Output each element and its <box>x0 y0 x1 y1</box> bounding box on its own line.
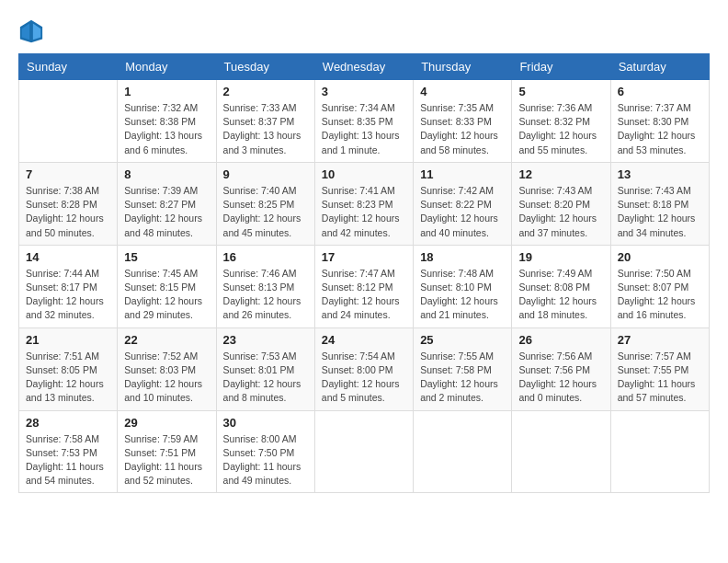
header-day-sunday: Sunday <box>19 54 118 80</box>
day-number: 24 <box>322 333 406 347</box>
calendar-cell: 23Sunrise: 7:53 AMSunset: 8:01 PMDayligh… <box>216 327 314 410</box>
day-info: Sunrise: 7:38 AMSunset: 8:28 PMDaylight:… <box>26 184 110 240</box>
day-info: Sunrise: 7:43 AMSunset: 8:20 PMDaylight:… <box>518 184 603 240</box>
calendar-cell <box>610 410 709 493</box>
day-info: Sunrise: 7:39 AMSunset: 8:27 PMDaylight:… <box>124 184 209 240</box>
day-number: 18 <box>420 250 505 264</box>
day-number: 12 <box>518 167 603 181</box>
day-number: 25 <box>420 333 505 347</box>
logo <box>18 18 48 44</box>
calendar-cell: 17Sunrise: 7:47 AMSunset: 8:12 PMDayligh… <box>314 245 413 327</box>
day-number: 22 <box>124 333 209 347</box>
day-info: Sunrise: 7:49 AMSunset: 8:08 PMDaylight:… <box>518 267 603 323</box>
calendar-cell: 28Sunrise: 7:58 AMSunset: 7:53 PMDayligh… <box>19 410 118 493</box>
week-row-2: 7Sunrise: 7:38 AMSunset: 8:28 PMDaylight… <box>19 162 710 245</box>
day-info: Sunrise: 7:50 AMSunset: 8:07 PMDaylight:… <box>618 267 702 323</box>
calendar-cell: 27Sunrise: 7:57 AMSunset: 7:55 PMDayligh… <box>610 327 709 410</box>
day-number: 27 <box>618 333 702 347</box>
calendar-cell: 12Sunrise: 7:43 AMSunset: 8:20 PMDayligh… <box>512 162 610 245</box>
day-info: Sunrise: 7:51 AMSunset: 8:05 PMDaylight:… <box>26 350 110 406</box>
calendar-cell <box>512 410 610 493</box>
day-number: 23 <box>223 333 308 347</box>
day-info: Sunrise: 7:47 AMSunset: 8:12 PMDaylight:… <box>322 267 406 323</box>
day-info: Sunrise: 7:45 AMSunset: 8:15 PMDaylight:… <box>124 267 209 323</box>
day-number: 5 <box>518 85 603 98</box>
day-number: 8 <box>124 167 209 181</box>
calendar-cell: 30Sunrise: 8:00 AMSunset: 7:50 PMDayligh… <box>216 410 314 493</box>
day-info: Sunrise: 7:34 AMSunset: 8:35 PMDaylight:… <box>322 101 406 157</box>
day-number: 11 <box>420 167 505 181</box>
calendar-cell: 15Sunrise: 7:45 AMSunset: 8:15 PMDayligh… <box>118 245 216 327</box>
day-info: Sunrise: 7:53 AMSunset: 8:01 PMDaylight:… <box>223 350 308 406</box>
day-info: Sunrise: 7:44 AMSunset: 8:17 PMDaylight:… <box>26 267 110 323</box>
day-info: Sunrise: 8:00 AMSunset: 7:50 PMDaylight:… <box>223 432 308 488</box>
calendar-table: SundayMondayTuesdayWednesdayThursdayFrid… <box>18 53 710 493</box>
calendar-cell: 1Sunrise: 7:32 AMSunset: 8:38 PMDaylight… <box>118 80 216 163</box>
calendar-cell <box>414 410 512 493</box>
day-info: Sunrise: 7:58 AMSunset: 7:53 PMDaylight:… <box>26 432 110 488</box>
calendar-cell: 4Sunrise: 7:35 AMSunset: 8:33 PMDaylight… <box>414 80 512 163</box>
day-number: 21 <box>26 333 110 347</box>
day-number: 1 <box>124 85 209 98</box>
day-info: Sunrise: 7:54 AMSunset: 8:00 PMDaylight:… <box>322 350 406 406</box>
day-info: Sunrise: 7:57 AMSunset: 7:55 PMDaylight:… <box>618 350 702 406</box>
day-number: 17 <box>322 250 406 264</box>
calendar-cell: 11Sunrise: 7:42 AMSunset: 8:22 PMDayligh… <box>414 162 512 245</box>
day-number: 13 <box>618 167 702 181</box>
calendar-cell: 26Sunrise: 7:56 AMSunset: 7:56 PMDayligh… <box>512 327 610 410</box>
day-number: 19 <box>518 250 603 264</box>
calendar-cell: 24Sunrise: 7:54 AMSunset: 8:00 PMDayligh… <box>314 327 413 410</box>
calendar-cell: 18Sunrise: 7:48 AMSunset: 8:10 PMDayligh… <box>414 245 512 327</box>
day-info: Sunrise: 7:35 AMSunset: 8:33 PMDaylight:… <box>420 101 505 157</box>
calendar-cell: 9Sunrise: 7:40 AMSunset: 8:25 PMDaylight… <box>216 162 314 245</box>
calendar-cell: 25Sunrise: 7:55 AMSunset: 7:58 PMDayligh… <box>414 327 512 410</box>
day-info: Sunrise: 7:41 AMSunset: 8:23 PMDaylight:… <box>322 184 406 240</box>
calendar-cell: 19Sunrise: 7:49 AMSunset: 8:08 PMDayligh… <box>512 245 610 327</box>
calendar-cell: 22Sunrise: 7:52 AMSunset: 8:03 PMDayligh… <box>118 327 216 410</box>
day-number: 15 <box>124 250 209 264</box>
calendar-cell: 7Sunrise: 7:38 AMSunset: 8:28 PMDaylight… <box>19 162 118 245</box>
day-info: Sunrise: 7:40 AMSunset: 8:25 PMDaylight:… <box>223 184 308 240</box>
header-day-wednesday: Wednesday <box>314 54 413 80</box>
calendar-cell: 29Sunrise: 7:59 AMSunset: 7:51 PMDayligh… <box>118 410 216 493</box>
day-number: 4 <box>420 85 505 98</box>
day-info: Sunrise: 7:56 AMSunset: 7:56 PMDaylight:… <box>518 350 603 406</box>
header-day-friday: Friday <box>512 54 610 80</box>
logo-icon <box>18 18 44 44</box>
week-row-4: 21Sunrise: 7:51 AMSunset: 8:05 PMDayligh… <box>19 327 710 410</box>
day-number: 9 <box>223 167 308 181</box>
day-info: Sunrise: 7:37 AMSunset: 8:30 PMDaylight:… <box>618 101 702 157</box>
calendar-cell: 6Sunrise: 7:37 AMSunset: 8:30 PMDaylight… <box>610 80 709 163</box>
calendar-cell: 8Sunrise: 7:39 AMSunset: 8:27 PMDaylight… <box>118 162 216 245</box>
calendar-cell <box>314 410 413 493</box>
day-number: 30 <box>223 416 308 430</box>
calendar-cell: 16Sunrise: 7:46 AMSunset: 8:13 PMDayligh… <box>216 245 314 327</box>
day-info: Sunrise: 7:32 AMSunset: 8:38 PMDaylight:… <box>124 101 209 157</box>
day-number: 7 <box>26 167 110 181</box>
calendar-cell: 3Sunrise: 7:34 AMSunset: 8:35 PMDaylight… <box>314 80 413 163</box>
calendar-body: 1Sunrise: 7:32 AMSunset: 8:38 PMDaylight… <box>19 80 710 493</box>
day-info: Sunrise: 7:33 AMSunset: 8:37 PMDaylight:… <box>223 101 308 157</box>
calendar-cell: 5Sunrise: 7:36 AMSunset: 8:32 PMDaylight… <box>512 80 610 163</box>
day-info: Sunrise: 7:46 AMSunset: 8:13 PMDaylight:… <box>223 267 308 323</box>
day-number: 6 <box>618 85 702 98</box>
calendar-cell: 21Sunrise: 7:51 AMSunset: 8:05 PMDayligh… <box>19 327 118 410</box>
calendar-cell <box>19 80 118 163</box>
day-info: Sunrise: 7:48 AMSunset: 8:10 PMDaylight:… <box>420 267 505 323</box>
header-day-saturday: Saturday <box>610 54 709 80</box>
week-row-5: 28Sunrise: 7:58 AMSunset: 7:53 PMDayligh… <box>19 410 710 493</box>
day-info: Sunrise: 7:59 AMSunset: 7:51 PMDaylight:… <box>124 432 209 488</box>
day-number: 14 <box>26 250 110 264</box>
day-info: Sunrise: 7:36 AMSunset: 8:32 PMDaylight:… <box>518 101 603 157</box>
day-number: 16 <box>223 250 308 264</box>
day-info: Sunrise: 7:55 AMSunset: 7:58 PMDaylight:… <box>420 350 505 406</box>
header-day-monday: Monday <box>118 54 216 80</box>
calendar-cell: 13Sunrise: 7:43 AMSunset: 8:18 PMDayligh… <box>610 162 709 245</box>
header-day-tuesday: Tuesday <box>216 54 314 80</box>
calendar-cell: 2Sunrise: 7:33 AMSunset: 8:37 PMDaylight… <box>216 80 314 163</box>
week-row-3: 14Sunrise: 7:44 AMSunset: 8:17 PMDayligh… <box>19 245 710 327</box>
day-info: Sunrise: 7:52 AMSunset: 8:03 PMDaylight:… <box>124 350 209 406</box>
day-number: 26 <box>518 333 603 347</box>
day-number: 3 <box>322 85 406 98</box>
week-row-1: 1Sunrise: 7:32 AMSunset: 8:38 PMDaylight… <box>19 80 710 163</box>
